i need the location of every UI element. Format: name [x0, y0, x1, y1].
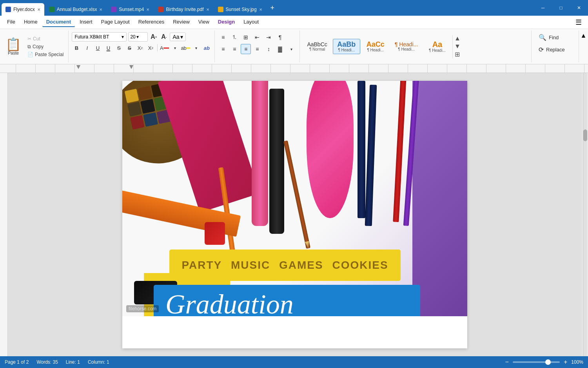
- ribbon-collapse-button[interactable]: ▲: [579, 31, 588, 62]
- shading-button[interactable]: ▓: [275, 44, 285, 54]
- superscript-button[interactable]: X2: [135, 43, 145, 53]
- scrollbar-thumb[interactable]: [583, 129, 587, 141]
- ribbon: 📋 Paste ✂ Cut ⧉ Copy 📄 Paste Special Fut…: [0, 29, 588, 64]
- zoom-thumb[interactable]: [545, 359, 551, 365]
- tab-close-budget[interactable]: ✕: [99, 7, 102, 12]
- scrollbar[interactable]: [582, 73, 588, 356]
- change-case-button[interactable]: Aa▾: [170, 33, 185, 41]
- style-heading1[interactable]: AaBb ¶ Headi...: [333, 39, 360, 54]
- scrollbar-track[interactable]: [583, 73, 587, 356]
- style-normal[interactable]: AaBbCc ¶ Normal: [303, 40, 331, 53]
- indent-marker[interactable]: [76, 65, 80, 69]
- tab-icon-birthday: [158, 7, 163, 12]
- pink-marker: [252, 81, 268, 226]
- hamburger-menu[interactable]: ☰: [572, 16, 585, 28]
- line-info: Line: 1: [66, 359, 80, 365]
- font-size-select[interactable]: 20 ▾: [128, 32, 148, 42]
- clipboard-section: 📋 Paste ✂ Cut ⧉ Copy 📄 Paste Special: [0, 31, 69, 62]
- style-heading2[interactable]: AaCc ¶ Headi...: [362, 39, 389, 54]
- subscript-button[interactable]: X2: [146, 43, 155, 53]
- zoom-plus[interactable]: +: [564, 359, 567, 366]
- close-button[interactable]: ✕: [570, 0, 588, 16]
- menu-item-file[interactable]: File: [3, 17, 19, 27]
- replace-button[interactable]: ⟳ Replace: [536, 44, 574, 55]
- minimize-button[interactable]: ─: [534, 0, 552, 16]
- menu-item-home[interactable]: Home: [20, 17, 42, 27]
- tab-flyer[interactable]: Flyer.docx✕: [2, 3, 44, 16]
- italic-button[interactable]: I: [82, 43, 92, 53]
- aa-dropdown-icon: ▾: [180, 34, 183, 40]
- paste-button[interactable]: 📋 Paste: [3, 36, 24, 57]
- increase-indent-button[interactable]: ⇥: [263, 32, 274, 42]
- zoom-slider[interactable]: [513, 361, 560, 363]
- navy-pen2: [365, 85, 377, 226]
- tab-budget[interactable]: Annual Budget.xlsx✕: [45, 3, 107, 16]
- menu-item-view[interactable]: View: [194, 17, 213, 27]
- bold-button[interactable]: B: [72, 43, 81, 53]
- scroll-down-icon: ▼: [454, 43, 461, 50]
- tab-close-sunsetsky[interactable]: ✕: [259, 7, 262, 12]
- style-title[interactable]: Aa ¶ Headi...: [423, 39, 451, 54]
- strikethrough-button[interactable]: S: [114, 43, 123, 53]
- font-color-dropdown[interactable]: ▾: [170, 43, 180, 53]
- navy-pen1: [358, 81, 365, 218]
- styles-scroll[interactable]: ▲ ▼ ⊞: [452, 35, 460, 58]
- scissors: [307, 81, 354, 218]
- line-spacing-button[interactable]: ↕: [263, 44, 274, 54]
- menu-item-pagelayout[interactable]: Page Layout: [97, 17, 134, 27]
- show-formatting-button[interactable]: ¶: [275, 32, 285, 42]
- font-grow-button[interactable]: A+: [149, 33, 158, 41]
- tab-sunsetsky[interactable]: Sunset Sky.jpg✕: [214, 3, 266, 16]
- font-shrink-button[interactable]: A-: [160, 33, 168, 41]
- style-heading3[interactable]: ¶ Headi... ¶ Headi...: [391, 40, 422, 53]
- paragraph-section: ≡ ⒈ ⊞ ⇤ ⇥ ¶ ≡ ≡ ≡ ≡ ↕ ▓ ▾: [215, 31, 300, 62]
- zoom-minus[interactable]: −: [505, 359, 509, 366]
- maximize-button[interactable]: □: [552, 0, 570, 16]
- bullets-button[interactable]: ≡: [218, 32, 228, 42]
- align-left-button[interactable]: ≡: [218, 44, 228, 54]
- paste-special-button[interactable]: 📄 Paste Special: [26, 51, 65, 58]
- tab-marker[interactable]: [129, 65, 133, 69]
- swatch: [140, 99, 155, 113]
- decrease-indent-button[interactable]: ⇤: [252, 32, 262, 42]
- underline-button[interactable]: U: [93, 43, 102, 53]
- justify-button[interactable]: ≡: [252, 44, 262, 54]
- highlight-button[interactable]: ab: [181, 43, 190, 53]
- status-bar: Page 1 of 2 Words: 35 Line: 1 Column: 1 …: [0, 356, 588, 368]
- align-right-button[interactable]: ≡: [241, 44, 251, 54]
- underline-style-button[interactable]: U: [103, 43, 113, 53]
- menu-item-design[interactable]: Design: [214, 17, 239, 27]
- menu-item-references[interactable]: References: [134, 17, 168, 27]
- graduation-banner: Graduation: [154, 285, 420, 316]
- separator: [157, 44, 158, 51]
- title-bar: Flyer.docx✕Annual Budget.xlsx✕Sunset.mp4…: [0, 0, 588, 16]
- copy-button[interactable]: ⧉ Copy: [26, 43, 65, 50]
- tab-close-birthday[interactable]: ✕: [206, 7, 209, 12]
- menu-item-insert[interactable]: Insert: [76, 17, 96, 27]
- tab-close-sunset[interactable]: ✕: [146, 7, 149, 12]
- highlight-dropdown[interactable]: ▾: [191, 43, 201, 53]
- menu-item-document[interactable]: Document: [42, 17, 75, 27]
- page-info: Page 1 of 2: [5, 359, 29, 365]
- tab-label-birthday: Birthday Invite.pdf: [166, 7, 203, 12]
- shading-dropdown[interactable]: ▾: [286, 44, 296, 54]
- align-center-button[interactable]: ≡: [229, 44, 240, 54]
- tab-close-flyer[interactable]: ✕: [37, 7, 40, 12]
- text-effects-button[interactable]: ab: [202, 43, 211, 53]
- font-select[interactable]: Futura XBlkIt BT ▾: [72, 32, 127, 42]
- strikethrough2-button[interactable]: S: [125, 43, 134, 53]
- font-color-button[interactable]: A: [160, 43, 169, 53]
- tab-birthday[interactable]: Birthday Invite.pdf✕: [154, 3, 213, 16]
- red-pen: [393, 81, 406, 222]
- watermark: filehorse.com: [126, 305, 159, 312]
- find-button[interactable]: 🔍 Find: [536, 32, 574, 43]
- document-area[interactable]: PARTY MUSIC GAMES COOKIES Graduation fil…: [8, 73, 582, 356]
- menu-bar: FileHomeDocumentInsertPage LayoutReferen…: [0, 16, 588, 29]
- multilevel-button[interactable]: ⊞: [241, 32, 251, 42]
- menu-item-layout[interactable]: Layout: [240, 17, 263, 27]
- numbering-button[interactable]: ⒈: [229, 32, 240, 42]
- menu-item-review[interactable]: Review: [169, 17, 194, 27]
- cut-button[interactable]: ✂ Cut: [26, 35, 65, 42]
- add-tab-button[interactable]: +: [267, 2, 278, 13]
- tab-sunset[interactable]: Sunset.mp4✕: [107, 3, 153, 16]
